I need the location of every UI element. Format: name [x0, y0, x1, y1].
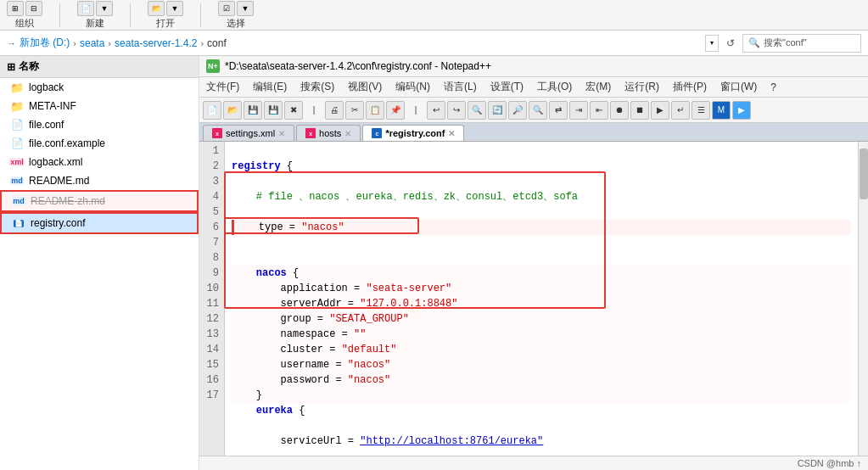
header-label: 名称	[19, 59, 39, 74]
file-name-logback: logback	[29, 81, 64, 93]
breadcrumb-drive[interactable]: 新加卷 (D:)	[20, 36, 70, 50]
file-name-meta-inf: META-INF	[29, 100, 76, 112]
tool-close[interactable]: ✖	[284, 101, 303, 120]
credit-text: CSDN @hmb ↑	[798, 458, 861, 468]
tool-save[interactable]: 💾	[244, 101, 262, 120]
select-dropdown[interactable]: ▼	[237, 1, 254, 16]
open-label: 打开	[156, 17, 175, 30]
tool-replace[interactable]: 🔄	[488, 101, 507, 120]
line-numbers: 1 2 3 4 5 6 7 8 9 10 11 12 13 14 15 16 1…	[199, 142, 225, 456]
menu-macro[interactable]: 宏(M)	[582, 78, 614, 96]
tool-indent[interactable]: ⇥	[569, 101, 588, 120]
scrollbar-thumb[interactable]	[860, 148, 868, 199]
tab-registry-conf[interactable]: c *registry.conf ✕	[362, 125, 464, 141]
menu-language[interactable]: 语言(L)	[440, 78, 480, 96]
tab-close-settings-xml[interactable]: ✕	[278, 129, 285, 138]
code-line-12: password = "nacos"	[232, 372, 851, 388]
tool-sep2: |	[406, 101, 425, 120]
file-name-conf-example: file.conf.example	[29, 137, 105, 149]
breadcrumb-seata[interactable]: seata	[80, 37, 104, 49]
tab-label-registry-conf: *registry.conf	[385, 128, 445, 138]
code-editor[interactable]: registry { # file 、nacos 、eureka、redis、z…	[225, 142, 858, 456]
menu-encoding[interactable]: 编码(N)	[392, 78, 434, 96]
menu-window[interactable]: 窗口(W)	[717, 78, 760, 96]
tool-panel[interactable]: ☰	[692, 101, 710, 120]
organize-label: 组织	[15, 17, 34, 30]
file-item-logback-xml[interactable]: xml logback.xml	[0, 153, 199, 171]
tool-macro2[interactable]: ⏹	[630, 101, 649, 120]
new-dropdown[interactable]: ▼	[96, 1, 113, 16]
tool-copy[interactable]: 📋	[366, 101, 384, 120]
file-icon-conf-example: 📄	[10, 137, 24, 150]
open-dropdown[interactable]: ▼	[166, 1, 183, 16]
tool-save-all[interactable]: 💾	[264, 101, 283, 120]
tool-blue1[interactable]: M	[712, 101, 731, 120]
tool-wrap[interactable]: ↵	[671, 101, 690, 120]
file-item-registry-conf[interactable]: 📄 registry.conf	[0, 212, 199, 234]
menu-tools[interactable]: 工具(O)	[534, 78, 575, 96]
search-placeholder: 搜索"conf"	[764, 36, 807, 49]
tool-open[interactable]: 📂	[223, 101, 242, 120]
tab-hosts[interactable]: x hosts ✕	[296, 125, 361, 141]
code-line-10: cluster = "default"	[232, 342, 851, 357]
tab-icon-settings-xml: x	[212, 128, 222, 138]
code-line-9: namespace = ""	[232, 327, 851, 342]
tab-close-hosts[interactable]: ✕	[344, 129, 351, 138]
tool-cut[interactable]: ✂	[345, 101, 364, 120]
tool-sync[interactable]: ⇄	[549, 101, 568, 120]
tool-redo[interactable]: ↪	[447, 101, 466, 120]
menu-run[interactable]: 运行(R)	[621, 78, 663, 96]
tool-zoom-out[interactable]: 🔍	[529, 101, 547, 120]
menu-plugin[interactable]: 插件(P)	[669, 78, 710, 96]
file-icon-readme-md: md	[10, 174, 24, 187]
menu-search[interactable]: 搜索(S)	[297, 78, 338, 96]
menu-file[interactable]: 文件(F)	[203, 78, 243, 96]
tool-print[interactable]: 🖨	[325, 101, 344, 120]
toolbar-group-select: ☑ ▼ 选择	[218, 1, 254, 30]
breadcrumb-dropdown-btn[interactable]: ▾	[705, 35, 719, 52]
new-icon[interactable]: 📄	[77, 1, 94, 16]
menu-help[interactable]: ?	[767, 80, 780, 95]
organize-icon-1[interactable]: ⊞	[7, 1, 24, 16]
code-line-5: nacos {	[232, 266, 851, 281]
file-name-readme-md: README.md	[29, 175, 89, 187]
tab-close-registry-conf[interactable]: ✕	[448, 129, 455, 138]
code-line-7: serverAddr = "127.0.0.1:8848"	[232, 296, 851, 311]
toolbar-group-new: 📄 ▼ 新建	[77, 1, 113, 30]
organize-icon-2[interactable]: ⊟	[25, 1, 42, 16]
select-icon[interactable]: ☑	[218, 1, 235, 16]
menu-edit[interactable]: 编辑(E)	[249, 78, 290, 96]
tool-new[interactable]: 📄	[203, 101, 221, 120]
file-icon-registry-conf: 📄	[12, 216, 25, 230]
tool-paste[interactable]: 📌	[386, 101, 405, 120]
tool-macro3[interactable]: ▶	[651, 101, 669, 120]
file-item-file-conf-example[interactable]: 📄 file.conf.example	[0, 134, 199, 153]
file-item-logback[interactable]: 📁 logback	[0, 78, 199, 97]
select-label: 选择	[227, 17, 245, 30]
breadcrumb-sep-1: ›	[73, 38, 76, 48]
breadcrumb-server[interactable]: seata-server-1.4.2	[115, 37, 197, 49]
left-panel: ⊞ 名称 📁 logback 📁 META-INF 📄 file.conf 📄 …	[0, 56, 199, 470]
search-box[interactable]: 🔍 搜索"conf"	[742, 34, 861, 53]
vertical-scrollbar[interactable]	[858, 142, 868, 456]
menu-view[interactable]: 视图(V)	[344, 78, 385, 96]
menu-settings[interactable]: 设置(T)	[487, 78, 527, 96]
tool-zoom-in[interactable]: 🔎	[508, 101, 527, 120]
tool-undo[interactable]: ↩	[427, 101, 445, 120]
notepad-menubar: 文件(F) 编辑(E) 搜索(S) 视图(V) 编码(N) 语言(L) 设置(T…	[199, 77, 868, 98]
tool-outdent[interactable]: ⇤	[590, 101, 608, 120]
file-item-file-conf[interactable]: 📄 file.conf	[0, 115, 199, 134]
breadcrumb-refresh-btn[interactable]: ↺	[722, 35, 739, 52]
tab-settings-xml[interactable]: x settings.xml ✕	[203, 125, 294, 141]
tool-blue2[interactable]: ▶	[732, 101, 751, 120]
tool-macro1[interactable]: ⏺	[610, 101, 629, 120]
open-icon[interactable]: 📂	[148, 1, 165, 16]
file-item-readme-zh-md[interactable]: md README-zh.md	[0, 190, 199, 212]
code-line-1: registry {	[232, 159, 851, 174]
breadcrumb-arrow-left: →	[7, 38, 16, 48]
tool-find[interactable]: 🔍	[468, 101, 486, 120]
file-item-readme-md[interactable]: md README.md	[0, 171, 199, 190]
file-name-readme-zh-md: README-zh.md	[31, 195, 105, 207]
toolbar: ⊞ ⊟ 组织 📄 ▼ 新建 📂 ▼ 打开 ☑ ▼ 选择	[0, 0, 868, 31]
file-item-meta-inf[interactable]: 📁 META-INF	[0, 97, 199, 115]
